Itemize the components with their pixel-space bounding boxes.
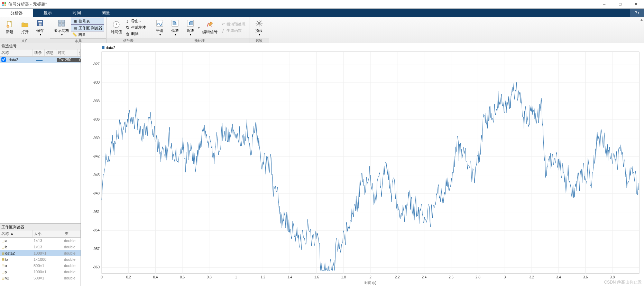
svg-text:-927: -927 bbox=[93, 62, 100, 66]
col-ws-size[interactable]: 大小 bbox=[33, 230, 63, 237]
edit-signal-icon bbox=[206, 20, 214, 29]
svg-text:1.6: 1.6 bbox=[314, 275, 319, 279]
show-grid-button[interactable]: 显示网格 ▾ bbox=[53, 18, 70, 37]
window-title: 信号分析器 - 无标题* bbox=[8, 1, 596, 7]
open-button[interactable]: 打开 bbox=[18, 18, 32, 37]
time-series-chart[interactable]: 00.20.40.60.811.21.41.61.822.22.42.62.83… bbox=[81, 43, 644, 286]
measure-toggle[interactable]: 📏测量 bbox=[71, 31, 104, 38]
svg-line-24 bbox=[260, 25, 261, 26]
main-tabstrip: 分析器 显示 时间 测量 ? ▾ bbox=[0, 9, 644, 17]
tab-show[interactable]: 显示 bbox=[33, 9, 62, 17]
row-checkbox[interactable] bbox=[1, 57, 6, 62]
chevron-down-icon: ▾ bbox=[61, 33, 63, 36]
row-start: 0... bbox=[78, 58, 81, 62]
collapse-toolstrip-button[interactable]: ▴ bbox=[639, 17, 644, 43]
svg-text:2.6: 2.6 bbox=[449, 275, 453, 279]
signal-table-body[interactable]: data2 Fs: 250 ... 0... bbox=[0, 57, 81, 223]
svg-rect-13 bbox=[62, 23, 65, 26]
preset-button[interactable]: 预设▾ bbox=[252, 18, 266, 37]
legend-swatch bbox=[102, 46, 104, 49]
workspace-icon: ▤ bbox=[73, 26, 77, 30]
list-item[interactable]: ⊞data2 1000×1 double bbox=[0, 250, 81, 256]
delete-button[interactable]: 🗑删除 bbox=[124, 31, 148, 37]
chevron-down-icon: ▾ bbox=[159, 33, 161, 36]
variable-icon: ⊞ bbox=[1, 239, 4, 243]
variable-icon: ⊞ bbox=[1, 251, 4, 255]
svg-text:-936: -936 bbox=[93, 117, 100, 121]
svg-text:1.8: 1.8 bbox=[341, 275, 346, 279]
table-row[interactable]: data2 Fs: 250 ... 0... bbox=[0, 57, 81, 63]
svg-text:0.6: 0.6 bbox=[180, 275, 185, 279]
svg-text:-948: -948 bbox=[93, 191, 100, 195]
svg-rect-9 bbox=[39, 23, 42, 26]
title-bar: 信号分析器 - 无标题* – □ ✕ bbox=[0, 0, 644, 9]
ws-table-body[interactable]: ⊞a 1×13 double⊞b 1×13 double⊞data2 1000×… bbox=[0, 238, 81, 286]
list-item[interactable]: ⊞y2 500×1 double bbox=[0, 275, 81, 281]
col-ws-class[interactable]: 类 bbox=[63, 230, 81, 237]
svg-line-23 bbox=[257, 21, 258, 22]
help-button[interactable]: ? ▾ bbox=[630, 9, 644, 17]
generate-function-button: ƒ生成函数 bbox=[219, 28, 247, 34]
col-start[interactable]: 开 bbox=[77, 49, 81, 56]
maximize-button[interactable]: □ bbox=[612, 0, 628, 8]
svg-text:0.8: 0.8 bbox=[207, 275, 212, 279]
ws-table-header: 名称 ▲ 大小 类 bbox=[0, 230, 81, 238]
list-item[interactable]: ⊞tx 1×1000 double bbox=[0, 256, 81, 263]
list-item[interactable]: ⊞b 1×13 double bbox=[0, 244, 81, 250]
list-item[interactable]: ⊞x 500×1 double bbox=[0, 263, 81, 269]
close-button[interactable]: ✕ bbox=[628, 0, 644, 8]
svg-text:2.4: 2.4 bbox=[422, 275, 426, 279]
chevron-down-icon: ▾ bbox=[190, 33, 191, 36]
undo-preprocess-button: ↶撤消预处理 bbox=[219, 21, 247, 28]
group-signal-table: 时间值 ⤴导出▾ ⧉生成副本 🗑删除 信号表 bbox=[107, 17, 150, 43]
svg-text:0.4: 0.4 bbox=[153, 275, 158, 279]
lowpass-button[interactable]: 低通▾ bbox=[168, 18, 182, 37]
new-button[interactable]: + 新建 bbox=[3, 18, 17, 37]
tab-analyzer[interactable]: 分析器 bbox=[0, 9, 33, 17]
col-info[interactable]: 信息 bbox=[45, 49, 56, 56]
row-time: Fs: 250 ... bbox=[57, 58, 78, 62]
tab-time[interactable]: 时间 bbox=[62, 9, 91, 17]
chart-legend: data2 bbox=[102, 46, 116, 50]
export-button[interactable]: ⤴导出▾ bbox=[124, 18, 148, 25]
col-line[interactable]: 线条 bbox=[33, 49, 45, 56]
col-time[interactable]: 时间 bbox=[56, 49, 77, 56]
signal-table-toggle[interactable]: ▦信号表 bbox=[71, 18, 104, 25]
edit-signal-button[interactable]: 编辑信号 bbox=[201, 18, 219, 37]
svg-text:-939: -939 bbox=[93, 136, 100, 140]
svg-text:-960: -960 bbox=[93, 265, 100, 269]
time-value-button[interactable]: 时间值 bbox=[109, 18, 123, 37]
plot-area[interactable]: data2 00.20.40.60.811.21.41.61.822.22.42… bbox=[81, 43, 644, 286]
list-item[interactable]: ⊞a 1×13 double bbox=[0, 238, 81, 244]
clock-icon bbox=[112, 20, 120, 29]
svg-text:2: 2 bbox=[369, 275, 371, 279]
smooth-icon bbox=[156, 19, 164, 27]
col-ws-name[interactable]: 名称 ▲ bbox=[0, 230, 33, 237]
smooth-button[interactable]: 平滑▾ bbox=[153, 18, 167, 37]
left-column: 筛选信号 名称 线条 信息 时间 开 data2 Fs: 250 ... 0..… bbox=[0, 43, 81, 286]
svg-rect-8 bbox=[38, 21, 42, 22]
svg-text:-945: -945 bbox=[93, 173, 100, 177]
col-name[interactable]: 名称 bbox=[0, 49, 33, 56]
chevron-down-icon: ▾ bbox=[175, 33, 176, 36]
svg-text:-951: -951 bbox=[93, 210, 100, 214]
svg-rect-12 bbox=[58, 23, 61, 26]
svg-point-18 bbox=[258, 22, 260, 25]
workspace-browser-toggle[interactable]: ▤工作区 浏览器 bbox=[71, 25, 104, 31]
minimize-button[interactable]: – bbox=[596, 0, 612, 8]
highpass-button[interactable]: 高通▾ bbox=[183, 18, 197, 37]
variable-icon: ⊞ bbox=[1, 264, 4, 268]
lowpass-icon bbox=[171, 19, 179, 27]
workspace-browser-panel: 工作区浏览器 名称 ▲ 大小 类 ⊞a 1×13 double⊞b 1×13 d… bbox=[0, 224, 81, 286]
chevron-down-icon: ▾ bbox=[139, 20, 141, 23]
tab-measure[interactable]: 测量 bbox=[91, 9, 120, 17]
copy-button[interactable]: ⧉生成副本 bbox=[124, 25, 148, 31]
group-preprocess: 平滑▾ 低通▾ 高通▾ ▾ 编辑信号 ↶撤消预处理 ƒ生成函数 预处理 bbox=[150, 17, 249, 43]
chevron-down-icon: ▾ bbox=[638, 11, 639, 15]
svg-text:0.2: 0.2 bbox=[126, 275, 131, 279]
svg-text:1.4: 1.4 bbox=[287, 275, 292, 279]
save-button[interactable]: 保存 ▾ bbox=[33, 18, 47, 37]
variable-icon: ⊞ bbox=[1, 245, 4, 249]
help-icon: ? bbox=[635, 10, 637, 15]
list-item[interactable]: ⊞y 1000×1 double bbox=[0, 269, 81, 275]
